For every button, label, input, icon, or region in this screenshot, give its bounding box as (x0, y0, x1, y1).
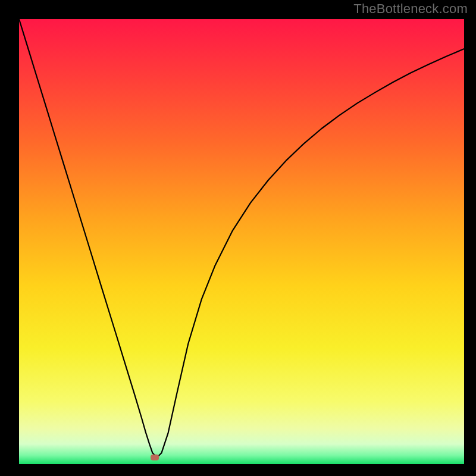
chart-frame: TheBottleneck.com (0, 0, 476, 476)
bottleneck-chart (0, 0, 476, 476)
current-marker (151, 455, 159, 461)
gradient-background (19, 19, 464, 464)
